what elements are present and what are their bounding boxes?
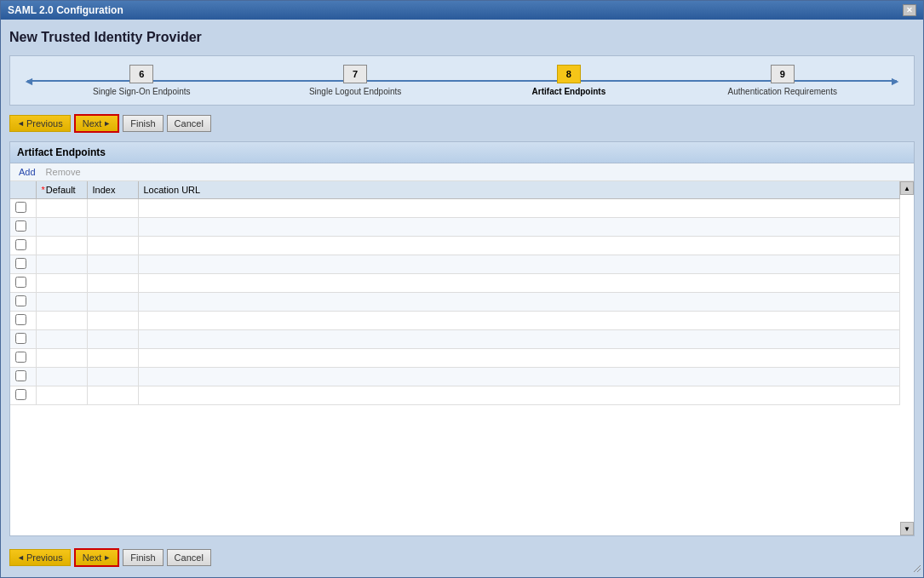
row-checkbox[interactable] [15,333,26,344]
cell-checkbox[interactable] [10,293,36,312]
row-checkbox[interactable] [15,277,26,288]
step-9-label: Authentication Requirements [728,87,837,96]
wizard-left-arrow: ◄ [23,74,35,88]
next-arrow-icon-bottom: ► [103,553,111,562]
wizard-step-8: 8 Artifact Endpoints [462,65,676,96]
cell-index [87,293,138,312]
col-header-checkbox [10,181,36,199]
step-7-number[interactable]: 7 [343,65,367,83]
next-arrow-icon: ► [103,119,111,128]
table-row [10,274,900,293]
top-finish-button[interactable]: Finish [123,115,163,132]
cell-default [36,218,87,237]
table-container: Default Index Location URL [10,181,914,535]
cell-index [87,237,138,255]
content-area: New Trusted Identity Provider ◄ 6 Single… [1,20,923,577]
row-checkbox[interactable] [15,314,26,325]
cell-default [36,255,87,274]
cell-default [36,349,87,368]
cell-default [36,312,87,330]
step-8-number[interactable]: 8 [557,65,581,83]
table-row [10,386,900,405]
header-row: Default Index Location URL [10,181,900,199]
prev-arrow-icon-bottom: ◄ [17,553,25,562]
scrollbar-down-button[interactable]: ▼ [900,522,914,535]
svg-line-0 [914,565,921,572]
cell-index [87,255,138,274]
title-bar-buttons: ✕ [903,4,916,16]
panel-toolbar: Add Remove [10,163,914,181]
cell-checkbox[interactable] [10,199,36,218]
cell-location [138,199,900,218]
row-checkbox[interactable] [15,220,26,232]
cell-index [87,368,138,386]
cell-default [36,293,87,312]
resize-handle[interactable] [910,562,921,575]
wizard-step-6: 6 Single Sign-On Endpoints [35,65,249,96]
row-checkbox[interactable] [15,352,26,363]
cell-checkbox[interactable] [10,330,36,349]
cell-index [87,330,138,349]
cell-default [36,330,87,349]
step-6-number[interactable]: 6 [129,65,153,83]
table-row [10,199,900,218]
table-wrapper: Default Index Location URL [10,181,900,405]
cell-location [138,312,900,330]
cell-default [36,386,87,405]
panel-header: Artifact Endpoints [10,142,914,163]
cell-checkbox[interactable] [10,349,36,368]
table-row [10,312,900,330]
col-header-default: Default [36,181,87,199]
table-row [10,330,900,349]
cell-default [36,274,87,293]
row-checkbox[interactable] [15,370,26,381]
cell-location [138,237,900,255]
row-checkbox[interactable] [15,389,26,400]
main-window: SAML 2.0 Configuration ✕ New Trusted Ide… [0,0,924,578]
bottom-next-button[interactable]: Next ► [74,548,120,567]
table-row [10,293,900,312]
page-title: New Trusted Identity Provider [9,26,915,50]
cell-checkbox[interactable] [10,386,36,405]
cell-checkbox[interactable] [10,274,36,293]
row-checkbox[interactable] [15,202,26,213]
row-checkbox[interactable] [15,258,26,269]
top-next-button[interactable]: Next ► [74,114,120,133]
main-panel: Artifact Endpoints Add Remove Default In… [9,141,915,536]
toolbar-top: ◄ Previous Next ► Finish Cancel [9,111,915,136]
col-header-index: Index [87,181,138,199]
scrollbar-up-button[interactable]: ▲ [900,181,914,195]
cell-location [138,386,900,405]
cell-checkbox[interactable] [10,368,36,386]
top-previous-button[interactable]: ◄ Previous [9,115,71,132]
step-9-number[interactable]: 9 [771,65,795,83]
cell-index [87,312,138,330]
wizard-step-7: 7 Single Logout Endpoints [249,65,462,96]
cell-location [138,218,900,237]
table-row [10,349,900,368]
cell-default [36,368,87,386]
step-7-label: Single Logout Endpoints [309,87,401,96]
cell-location [138,349,900,368]
cell-location [138,330,900,349]
cell-checkbox[interactable] [10,312,36,330]
prev-arrow-icon: ◄ [17,119,25,128]
wizard-steps: ◄ 6 Single Sign-On Endpoints 7 Single Lo… [23,65,901,96]
bottom-cancel-button[interactable]: Cancel [167,549,211,566]
row-checkbox[interactable] [15,295,26,306]
cell-checkbox[interactable] [10,237,36,255]
cell-index [87,349,138,368]
table-row [10,368,900,386]
cell-checkbox[interactable] [10,218,36,237]
close-button[interactable]: ✕ [903,4,916,16]
table-body [10,199,900,405]
cell-checkbox[interactable] [10,255,36,274]
bottom-finish-button[interactable]: Finish [123,549,163,566]
row-checkbox[interactable] [15,239,26,250]
bottom-previous-button[interactable]: ◄ Previous [9,549,71,566]
cell-default [36,237,87,255]
remove-button[interactable]: Remove [44,166,83,178]
cell-index [87,199,138,218]
add-button[interactable]: Add [17,166,37,178]
top-cancel-button[interactable]: Cancel [167,115,211,132]
